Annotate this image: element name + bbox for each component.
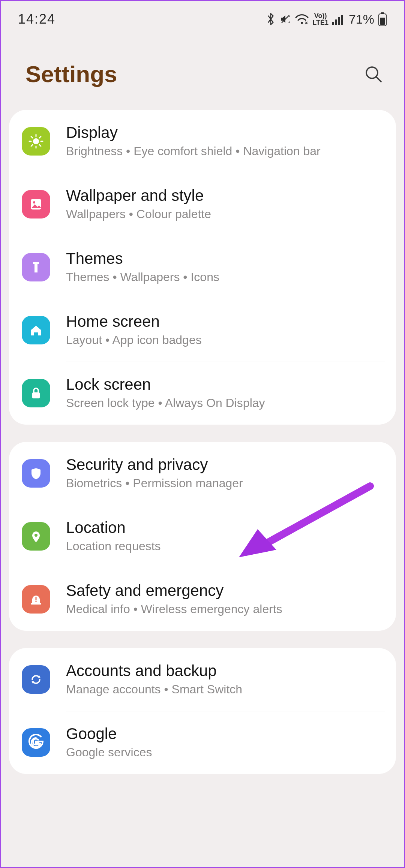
bluetooth-icon [266,13,276,25]
svg-rect-8 [380,18,385,25]
row-subtitle: Wallpapers • Colour palette [66,207,211,222]
row-subtitle: Biometrics • Permission manager [66,476,243,491]
status-bar: 14:24 Vo))LTE1 71% [1,1,404,31]
row-title: Display [66,123,321,142]
settings-row-safety[interactable]: Safety and emergency Medical info • Wire… [9,568,396,631]
row-title: Themes [66,249,219,268]
svg-rect-24 [31,603,41,605]
row-subtitle: Manage accounts • Smart Switch [66,682,242,697]
page-title: Settings [26,61,117,87]
sync-icon [22,665,50,694]
battery-percent: 71% [349,12,374,27]
svg-rect-25 [36,597,37,600]
settings-row-lockscreen[interactable]: Lock screen Screen lock type • Always On… [9,362,396,425]
row-title: Accounts and backup [66,661,242,680]
settings-row-location[interactable]: Location Location requests [9,505,396,568]
svg-rect-3 [335,19,337,25]
svg-point-21 [33,201,35,204]
svg-point-11 [33,138,39,144]
row-title: Safety and emergency [66,581,282,600]
row-subtitle: Medical info • Wireless emergency alerts [66,602,282,617]
settings-group-3: Accounts and backup Manage accounts • Sm… [9,648,396,774]
svg-rect-22 [32,392,40,398]
settings-row-themes[interactable]: Themes Themes • Wallpapers • Icons [9,236,396,299]
svg-line-19 [39,136,41,138]
shield-icon [22,459,50,488]
svg-point-23 [34,534,38,537]
google-icon: G [22,728,50,757]
svg-rect-26 [36,601,37,602]
svg-rect-5 [341,15,343,25]
volte-icon: Vo))LTE1 [312,12,328,26]
svg-text:G: G [32,736,40,748]
settings-row-display[interactable]: Display Brightness • Eye comfort shield … [9,110,396,173]
row-subtitle: Screen lock type • Always On Display [66,395,265,411]
settings-row-accounts[interactable]: Accounts and backup Manage accounts • Sm… [9,648,396,711]
emergency-icon [22,585,50,614]
row-subtitle: Brightness • Eye comfort shield • Naviga… [66,144,321,159]
header: Settings [1,31,404,110]
svg-rect-4 [338,17,340,25]
settings-row-security[interactable]: Security and privacy Biometrics • Permis… [9,442,396,505]
svg-rect-2 [332,22,334,25]
row-subtitle: Layout • App icon badges [66,332,202,348]
row-title: Lock screen [66,375,265,394]
wifi-icon [295,13,309,25]
svg-line-18 [31,145,33,146]
search-button[interactable] [362,63,385,85]
status-icons: Vo))LTE1 71% [266,12,387,27]
settings-row-homescreen[interactable]: Home screen Layout • App icon badges [9,299,396,362]
settings-row-wallpaper[interactable]: Wallpaper and style Wallpapers • Colour … [9,173,396,236]
mute-vibrate-icon [279,13,291,25]
row-subtitle: Location requests [66,539,161,554]
row-title: Home screen [66,312,202,331]
settings-row-google[interactable]: G Google Google services [9,711,396,774]
status-time: 14:24 [18,11,56,27]
row-title: Google [66,724,152,743]
home-icon [22,316,50,344]
row-title: Location [66,518,161,537]
row-subtitle: Google services [66,745,152,760]
settings-group-2: Security and privacy Biometrics • Permis… [9,442,396,631]
row-title: Security and privacy [66,455,243,474]
svg-line-16 [31,136,33,138]
location-pin-icon [22,522,50,551]
battery-icon [378,12,387,26]
settings-group-1: Display Brightness • Eye comfort shield … [9,110,396,425]
svg-line-17 [39,145,41,146]
lock-icon [22,379,50,407]
display-icon [22,127,50,156]
row-title: Wallpaper and style [66,186,211,205]
search-icon [364,64,383,84]
svg-line-10 [376,77,381,82]
signal-icon [332,13,344,25]
svg-point-1 [301,22,303,24]
themes-icon [22,253,50,281]
row-subtitle: Themes • Wallpapers • Icons [66,269,219,285]
wallpaper-icon [22,190,50,218]
